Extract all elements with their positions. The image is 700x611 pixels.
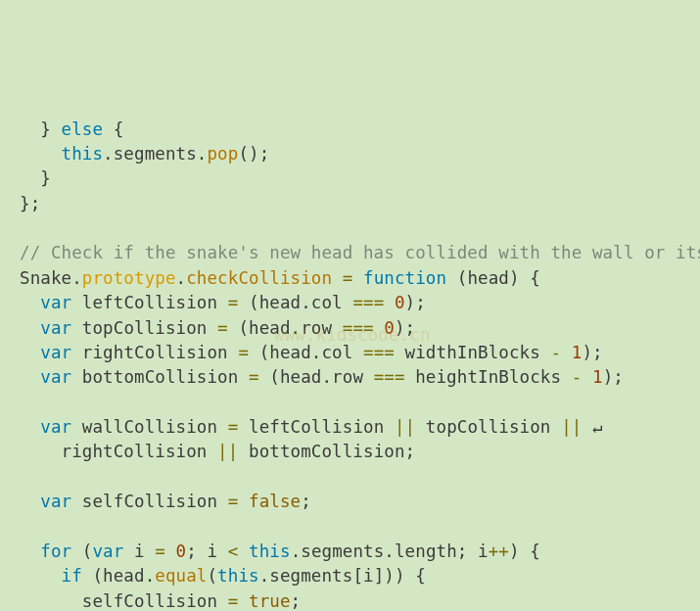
code-line: } bbox=[20, 168, 51, 188]
code-line: }; bbox=[20, 194, 40, 213]
code-line: var leftCollision = (head.col === 0); bbox=[20, 293, 426, 312]
code-line: var bottomCollision = (head.row === heig… bbox=[20, 367, 624, 387]
code-line: var topCollision = (head.row === 0); bbox=[20, 318, 415, 338]
code-line: var selfCollision = false; bbox=[20, 492, 311, 511]
code-line: Snake.prototype.checkCollision = functio… bbox=[20, 268, 540, 288]
code-line: var wallCollision = leftCollision || top… bbox=[20, 417, 603, 437]
code-line: this.segments.pop(); bbox=[20, 144, 269, 164]
code-line: if (head.equal(this.segments[i])) { bbox=[20, 566, 426, 586]
code-line: var rightCollision = (head.col === width… bbox=[20, 343, 603, 362]
code-line: } else { bbox=[20, 119, 123, 139]
code-line: // Check if the snake's new head has col… bbox=[20, 243, 700, 262]
code-line: rightCollision || bottomCollision; bbox=[20, 442, 415, 461]
code-block: } else { this.segments.pop(); } }; // Ch… bbox=[20, 118, 700, 612]
code-line: for (var i = 0; i < this.segments.length… bbox=[20, 541, 540, 561]
code-line: selfCollision = true; bbox=[20, 591, 301, 611]
line-continuation-icon: ↵ bbox=[592, 417, 603, 437]
